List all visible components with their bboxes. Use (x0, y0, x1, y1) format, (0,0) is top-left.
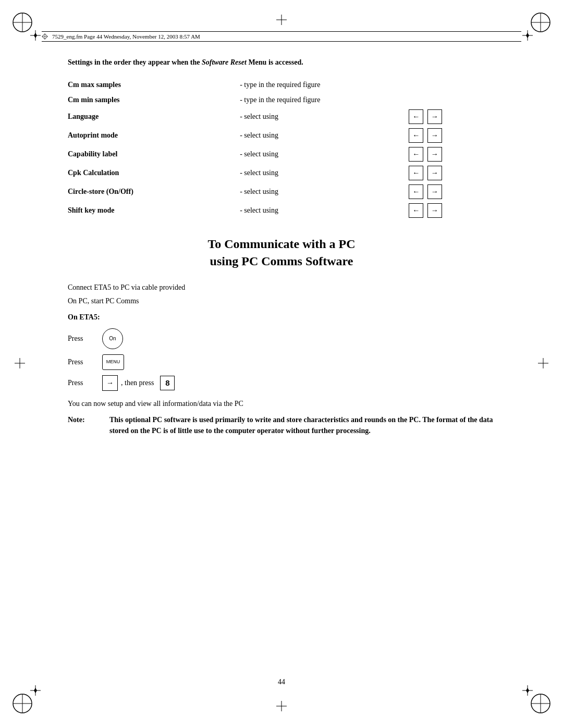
instructions-section: Connect ETA5 to PC via cable provided On… (68, 282, 495, 436)
arrow-right-btn[interactable]: → (427, 166, 442, 180)
setting-description: - select using (236, 201, 403, 220)
number-8-button[interactable]: 8 (160, 376, 175, 390)
setting-label: Cpk Calculation (68, 164, 236, 182)
crosshair-tl (30, 30, 41, 43)
tick-right (538, 358, 548, 371)
arrow-right-btn[interactable]: → (427, 203, 442, 218)
setting-controls: ← → (403, 182, 495, 201)
then-press-text: , then press (121, 377, 154, 389)
setting-label: Circle-store (On/Off) (68, 182, 236, 201)
setting-label: Language (68, 107, 236, 126)
header-bar: 7529_eng.fm Page 44 Wednesday, November … (42, 31, 521, 42)
main-content: Settings in the order they appear when t… (68, 57, 495, 436)
setting-label: Cm min samples (68, 92, 236, 107)
on-button[interactable]: On (102, 328, 123, 349)
tick-top (276, 15, 287, 27)
arrow-left-btn[interactable]: ← (409, 109, 423, 124)
arrow-left-btn[interactable]: ← (409, 184, 423, 199)
arrow-right-button[interactable]: → (102, 375, 118, 391)
setting-controls (403, 92, 495, 107)
setting-controls (403, 77, 495, 92)
setting-label: Cm max samples (68, 77, 236, 92)
setting-description: - type in the required figure (236, 92, 403, 107)
settings-table: Cm max samples - type in the required fi… (68, 77, 495, 220)
table-row: Cm max samples - type in the required fi… (68, 77, 495, 92)
svg-marker-23 (526, 688, 529, 693)
setting-label: Capability label (68, 145, 236, 164)
table-row: Cpk Calculation - select using ← → (68, 164, 495, 182)
table-row: Cm min samples - type in the required fi… (68, 92, 495, 107)
reg-mark-br (530, 693, 552, 717)
header-text: 7529_eng.fm Page 44 Wednesday, November … (52, 33, 200, 40)
setting-description: - select using (236, 164, 403, 182)
tick-bottom (276, 701, 287, 713)
arrow-right-btn[interactable]: → (427, 147, 442, 162)
press-label-menu: Press (68, 356, 99, 368)
arrow-left-btn[interactable]: ← (409, 203, 423, 218)
setting-controls: ← → (403, 145, 495, 164)
reg-mark-tr (530, 11, 552, 35)
setting-label: Autoprint mode (68, 126, 236, 145)
header-diamond-icon (42, 33, 48, 40)
view-info: You can now setup and view all informati… (68, 398, 495, 409)
setting-description: - select using (236, 145, 403, 164)
page-number: 44 (278, 678, 285, 686)
press-arrow-row: Press → , then press 8 (68, 375, 495, 391)
table-row: Shift key mode - select using ← → (68, 201, 495, 220)
setting-controls: ← → (403, 126, 495, 145)
note-label: Note: (68, 414, 109, 436)
settings-intro: Settings in the order they appear when t… (68, 57, 495, 68)
section-title: To Communicate with a PC using PC Comms … (68, 236, 495, 270)
setting-description: - select using (236, 107, 403, 126)
setting-controls: ← → (403, 107, 495, 126)
crosshair-tr (522, 30, 533, 43)
setting-description: - select using (236, 182, 403, 201)
instruction-step1: Connect ETA5 to PC via cable provided (68, 282, 495, 293)
setting-description: - select using (236, 126, 403, 145)
press-on-row: Press On (68, 328, 495, 349)
svg-marker-17 (526, 33, 529, 38)
table-row: Capability label - select using ← → (68, 145, 495, 164)
section-heading: To Communicate with a PC using PC Comms … (68, 236, 495, 270)
arrow-left-btn[interactable]: ← (409, 147, 423, 162)
on-eta5-label: On ETA5: (68, 312, 495, 323)
arrow-left-btn[interactable]: ← (409, 166, 423, 180)
svg-marker-20 (34, 688, 37, 693)
setting-controls: ← → (403, 201, 495, 220)
menu-button[interactable]: MENU (102, 354, 124, 370)
arrow-left-btn[interactable]: ← (409, 128, 423, 143)
note-section: Note: This optional PC software is used … (68, 414, 495, 436)
table-row: Circle-store (On/Off) - select using ← → (68, 182, 495, 201)
setting-label: Shift key mode (68, 201, 236, 220)
press-label-arrow: Press (68, 377, 99, 389)
table-row: Language - select using ← → (68, 107, 495, 126)
table-row: Autoprint mode - select using ← → (68, 126, 495, 145)
arrow-right-btn[interactable]: → (427, 128, 442, 143)
note-text: This optional PC software is used primar… (109, 414, 495, 436)
arrow-right-btn[interactable]: → (427, 109, 442, 124)
setting-description: - type in the required figure (236, 77, 403, 92)
setting-controls: ← → (403, 164, 495, 182)
press-menu-row: Press MENU (68, 354, 495, 370)
arrow-right-btn[interactable]: → (427, 184, 442, 199)
crosshair-br (522, 685, 533, 698)
instruction-step2: On PC, start PC Comms (68, 295, 495, 307)
svg-marker-14 (34, 33, 37, 38)
tick-left (15, 358, 25, 371)
press-label-on: Press (68, 333, 99, 344)
crosshair-bl (30, 685, 41, 698)
page: 7529_eng.fm Page 44 Wednesday, November … (0, 0, 563, 728)
